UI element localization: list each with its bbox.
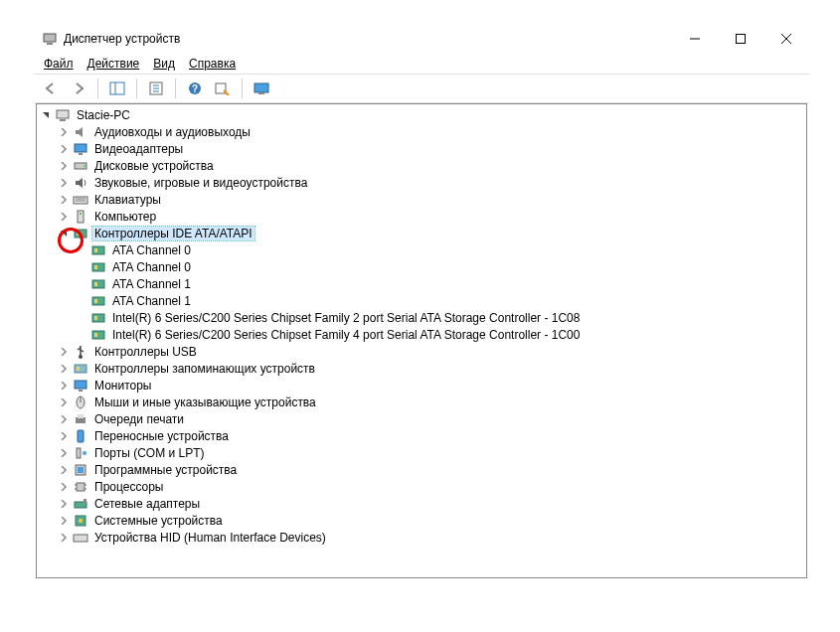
device-node[interactable]: Intel(R) 6 Series/C200 Series Chipset Fa… bbox=[39, 309, 806, 326]
tree-node-label: ATA Channel 0 bbox=[110, 243, 193, 257]
maximize-button[interactable] bbox=[718, 24, 763, 54]
root-node[interactable]: Stacie-PC bbox=[39, 106, 806, 123]
device-tree[interactable]: Stacie-PCАудиовходы и аудиовыходыВидеоад… bbox=[37, 104, 806, 577]
category-node[interactable]: Контроллеры IDE ATA/ATAPI bbox=[39, 225, 806, 241]
category-node[interactable]: Контроллеры USB bbox=[39, 343, 806, 360]
expand-arrow-icon[interactable] bbox=[57, 429, 71, 443]
category-node[interactable]: Процессоры bbox=[39, 478, 806, 495]
expand-arrow-icon[interactable] bbox=[75, 328, 88, 342]
device-manager-window: Диспетчер устройств Файл Действие Вид Сп… bbox=[34, 24, 809, 580]
sound-icon bbox=[73, 175, 88, 191]
expand-arrow-icon[interactable] bbox=[57, 142, 71, 156]
tree-node-label: Stacie-PC bbox=[75, 108, 132, 122]
tree-node-label: Мониторы bbox=[92, 379, 153, 393]
category-node[interactable]: Порты (COM и LPT) bbox=[39, 444, 806, 461]
menu-view[interactable]: Вид bbox=[153, 57, 175, 71]
device-node[interactable]: ATA Channel 0 bbox=[39, 241, 806, 258]
expand-arrow-icon[interactable] bbox=[57, 176, 71, 190]
tree-node-label: Контроллеры запоминающих устройств bbox=[92, 362, 317, 376]
expand-arrow-icon[interactable] bbox=[39, 108, 53, 122]
category-node[interactable]: Мыши и иные указывающие устройства bbox=[39, 394, 806, 410]
category-node[interactable]: Мониторы bbox=[39, 377, 806, 394]
expand-arrow-icon[interactable] bbox=[57, 193, 71, 207]
scan-hardware-button[interactable] bbox=[212, 78, 234, 99]
tree-node-label: Устройства HID (Human Interface Devices) bbox=[92, 531, 328, 545]
audio-icon bbox=[73, 124, 88, 140]
tree-node-label: Компьютер bbox=[92, 210, 158, 224]
expand-arrow-icon[interactable] bbox=[75, 277, 88, 291]
show-hide-tree-button[interactable] bbox=[106, 78, 128, 99]
device-node[interactable]: Intel(R) 6 Series/C200 Series Chipset Fa… bbox=[39, 326, 806, 343]
tree-node-label: Программные устройства bbox=[92, 463, 239, 477]
svg-rect-16 bbox=[258, 92, 264, 94]
category-node[interactable]: Системные устройства bbox=[39, 512, 806, 529]
expand-arrow-icon[interactable] bbox=[57, 125, 71, 139]
category-node[interactable]: Аудиовходы и аудиовыходы bbox=[39, 123, 806, 140]
svg-rect-46 bbox=[79, 390, 83, 392]
minimize-button[interactable] bbox=[672, 24, 718, 54]
svg-rect-20 bbox=[79, 153, 83, 155]
printer-icon bbox=[73, 411, 88, 427]
svg-rect-44 bbox=[77, 367, 80, 371]
svg-rect-33 bbox=[94, 265, 97, 269]
svg-rect-17 bbox=[57, 110, 69, 118]
view-devices-button[interactable] bbox=[251, 78, 272, 99]
close-button[interactable] bbox=[763, 24, 809, 54]
expand-arrow-icon[interactable] bbox=[57, 395, 71, 409]
device-node[interactable]: ATA Channel 1 bbox=[39, 292, 806, 309]
system-icon bbox=[73, 513, 88, 529]
expand-arrow-icon[interactable] bbox=[57, 480, 71, 494]
expand-arrow-icon[interactable] bbox=[75, 260, 88, 274]
expand-arrow-icon[interactable] bbox=[57, 446, 71, 460]
properties-button[interactable] bbox=[145, 78, 167, 99]
titlebar[interactable]: Диспетчер устройств bbox=[34, 24, 809, 54]
category-node[interactable]: Программные устройства bbox=[39, 461, 806, 478]
category-node[interactable]: Клавиатуры bbox=[39, 191, 806, 208]
menu-help[interactable]: Справка bbox=[189, 57, 236, 71]
expand-arrow-icon[interactable] bbox=[57, 531, 71, 545]
help-button[interactable]: ? bbox=[184, 78, 206, 99]
expand-arrow-icon[interactable] bbox=[57, 514, 71, 528]
tree-node-label: ATA Channel 0 bbox=[110, 260, 193, 274]
forward-button[interactable] bbox=[68, 78, 89, 99]
expand-arrow-icon[interactable] bbox=[57, 379, 71, 393]
ide-icon bbox=[73, 226, 88, 241]
back-button[interactable] bbox=[40, 78, 62, 99]
svg-rect-37 bbox=[94, 299, 97, 303]
category-node[interactable]: Устройства HID (Human Interface Devices) bbox=[39, 529, 806, 546]
expand-arrow-icon[interactable] bbox=[75, 294, 88, 308]
expand-arrow-icon[interactable] bbox=[57, 345, 71, 359]
expand-arrow-icon[interactable] bbox=[57, 362, 71, 376]
ide-controller-icon bbox=[90, 276, 106, 292]
svg-rect-39 bbox=[94, 316, 97, 320]
expand-arrow-icon[interactable] bbox=[75, 311, 88, 325]
menu-file[interactable]: Файл bbox=[44, 57, 74, 71]
app-icon bbox=[42, 31, 58, 47]
category-node[interactable]: Очереди печати bbox=[39, 410, 806, 427]
expand-arrow-icon[interactable] bbox=[57, 159, 71, 173]
tree-node-label: Сетевые адаптеры bbox=[92, 497, 202, 511]
expand-arrow-icon[interactable] bbox=[57, 497, 71, 511]
svg-point-53 bbox=[83, 451, 86, 455]
svg-rect-28 bbox=[75, 230, 86, 237]
category-node[interactable]: Компьютер bbox=[39, 208, 806, 225]
mouse-icon bbox=[73, 395, 88, 410]
expand-arrow-icon[interactable] bbox=[57, 210, 71, 224]
category-node[interactable]: Переносные устройства bbox=[39, 427, 806, 444]
menu-action[interactable]: Действие bbox=[87, 57, 140, 71]
svg-point-27 bbox=[80, 213, 82, 215]
category-node[interactable]: Сетевые адаптеры bbox=[39, 495, 806, 512]
category-node[interactable]: Контроллеры запоминающих устройств bbox=[39, 360, 806, 377]
tree-node-label: Клавиатуры bbox=[92, 193, 163, 207]
usb-icon bbox=[73, 344, 88, 360]
expand-arrow-icon[interactable] bbox=[57, 412, 71, 426]
expand-arrow-icon[interactable] bbox=[57, 227, 71, 240]
category-node[interactable]: Дисковые устройства bbox=[39, 157, 806, 174]
expand-arrow-icon[interactable] bbox=[57, 463, 71, 477]
category-node[interactable]: Звуковые, игровые и видеоустройства bbox=[39, 174, 806, 191]
expand-arrow-icon[interactable] bbox=[75, 243, 88, 257]
device-node[interactable]: ATA Channel 1 bbox=[39, 275, 806, 292]
category-node[interactable]: Видеоадаптеры bbox=[39, 140, 806, 157]
device-node[interactable]: ATA Channel 0 bbox=[39, 258, 806, 275]
svg-rect-18 bbox=[60, 119, 66, 121]
